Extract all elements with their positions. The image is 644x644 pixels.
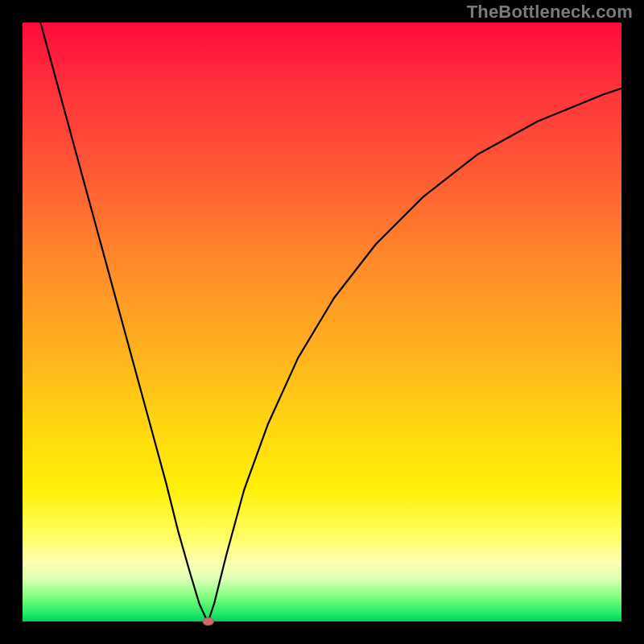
bottleneck-curve	[23, 23, 621, 621]
chart-frame: TheBottleneck.com	[0, 0, 644, 644]
plot-area	[23, 23, 621, 621]
minimum-marker	[203, 617, 214, 625]
watermark-text: TheBottleneck.com	[467, 2, 633, 23]
curve-path	[40, 23, 621, 621]
